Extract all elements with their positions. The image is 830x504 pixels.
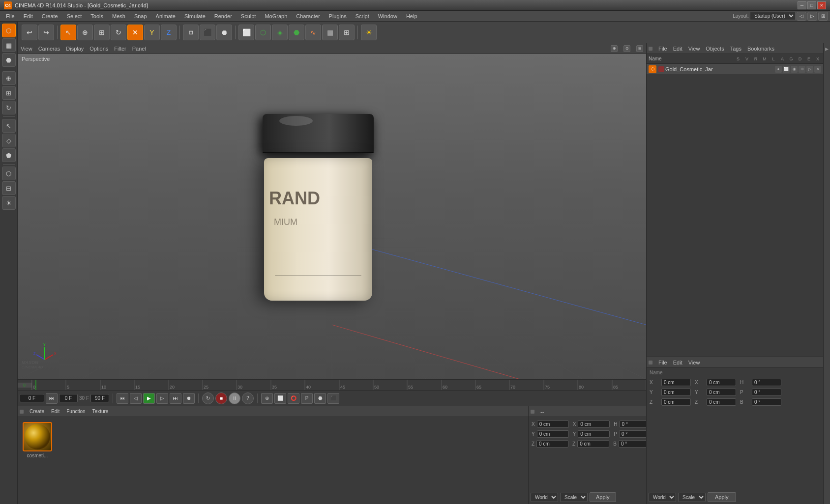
spline-btn[interactable]: ∿ — [305, 25, 321, 40]
attr-mgr-p-val[interactable] — [752, 389, 781, 396]
layout-selector[interactable]: Startup (User) — [750, 12, 796, 20]
menu-window[interactable]: Window — [374, 12, 401, 20]
generator-btn[interactable]: ⬣ — [289, 25, 304, 40]
attr-mgr-menu-view[interactable]: View — [686, 360, 702, 365]
tool-select[interactable]: ↖ — [2, 119, 16, 133]
obj-menu-view[interactable]: View — [686, 46, 702, 52]
attr-transform-mode[interactable]: Scale — [560, 493, 588, 502]
menu-sculpt[interactable]: Sculpt — [237, 12, 260, 20]
tool-move[interactable]: ⊕ — [2, 71, 16, 85]
menu-script[interactable]: Script — [352, 12, 373, 20]
menu-simulate[interactable]: Simulate — [180, 12, 209, 20]
move-tool[interactable]: ⊕ — [77, 25, 93, 40]
menu-create[interactable]: Create — [38, 12, 62, 20]
tool-object[interactable]: ⬡ — [2, 167, 16, 180]
menu-edit[interactable]: Edit — [20, 12, 37, 20]
attr-mgr-x-pos[interactable] — [661, 379, 691, 386]
attr-mgr-h-val[interactable] — [752, 379, 781, 386]
mat-menu-function[interactable]: Function — [63, 409, 88, 414]
tool-bp[interactable]: ⬣ — [2, 53, 16, 67]
obj-sm-icon-2[interactable]: ⬜ — [783, 66, 790, 73]
transport-last[interactable]: ⏭ — [170, 393, 181, 404]
material-slot-1[interactable]: cosmeti... — [23, 422, 52, 458]
menu-select[interactable]: Select — [63, 12, 86, 20]
cube-btn[interactable]: ⬜ — [238, 25, 254, 40]
transport-end-field[interactable] — [90, 394, 109, 402]
obj-sm-icon-6[interactable]: ✕ — [814, 66, 821, 73]
timeline-ruler-track[interactable] — [31, 380, 646, 390]
rotate-tool[interactable]: ↻ — [111, 25, 126, 40]
attr-mgr-transform-mode[interactable]: Scale — [678, 493, 706, 502]
layout-right-icon[interactable]: ▷ — [807, 12, 817, 21]
vp-menu-panel[interactable]: Panel — [132, 46, 146, 52]
menu-character[interactable]: Character — [292, 12, 324, 20]
transport-fps-field[interactable] — [59, 394, 78, 402]
menu-render[interactable]: Render — [210, 12, 236, 20]
undo-button[interactable]: ↩ — [22, 25, 37, 40]
vp-corner-layout[interactable]: ⊞ — [636, 45, 643, 52]
tool-scale[interactable]: ⊞ — [2, 86, 16, 100]
obj-row-jar[interactable]: ⬡ Gold_Cosmetic_Jar ● ⬜ ◉ ⊕ ▷ ✕ — [647, 64, 823, 75]
transport-keyframe[interactable]: ⬛ — [327, 393, 339, 404]
transport-prev[interactable]: ◁ — [130, 393, 142, 404]
attr-menu-file[interactable]: -- — [538, 409, 546, 415]
transport-record[interactable]: ⏺ — [183, 393, 195, 404]
obj-sm-icon-4[interactable]: ⊕ — [799, 66, 805, 73]
attr-x-size[interactable] — [578, 420, 610, 428]
menu-snap[interactable]: Snap — [130, 12, 151, 20]
anim-auto-btn[interactable]: ⏺ — [216, 25, 232, 40]
obj-menu-file[interactable]: File — [656, 46, 669, 52]
nurbs-btn[interactable]: ⬡ — [255, 25, 271, 40]
obj-sm-icon-5[interactable]: ▷ — [806, 66, 813, 73]
layout-left-icon[interactable]: ◁ — [797, 12, 806, 21]
obj-menu-bookmarks[interactable]: Bookmarks — [745, 46, 776, 52]
menu-mograph[interactable]: MoGraph — [261, 12, 291, 20]
vp-menu-filter[interactable]: Filter — [114, 46, 126, 52]
vp-menu-options[interactable]: Options — [89, 46, 108, 52]
transport-first[interactable]: ⏮ — [117, 393, 128, 404]
anim-record-btn[interactable]: ⬛ — [200, 25, 215, 40]
layout-settings-icon[interactable]: ⊞ — [818, 12, 828, 21]
attr-mgr-y-pos[interactable] — [661, 389, 691, 396]
transport-play[interactable]: ▶ — [143, 393, 155, 404]
scale-tool[interactable]: ⊞ — [94, 25, 110, 40]
deform-btn[interactable]: ◈ — [272, 25, 288, 40]
z-axis-btn[interactable]: Z — [161, 25, 177, 40]
vp-menu-display[interactable]: Display — [66, 46, 84, 52]
current-frame-field[interactable] — [20, 394, 44, 402]
stereo-btn[interactable]: ⊞ — [339, 25, 355, 40]
menu-tools[interactable]: Tools — [87, 12, 107, 20]
transport-box[interactable]: ⬜ — [274, 393, 286, 404]
vp-corner-settings[interactable]: ⊙ — [623, 45, 630, 52]
mat-menu-edit[interactable]: Edit — [48, 409, 62, 414]
close-button[interactable]: ✕ — [817, 1, 826, 9]
attr-z-size[interactable] — [577, 440, 609, 448]
attr-mgr-coord-system[interactable]: World — [649, 493, 676, 502]
transport-arrows[interactable]: ⊕ — [261, 393, 273, 404]
menu-help[interactable]: Help — [402, 12, 421, 20]
render-btn[interactable]: ☀ — [361, 25, 377, 40]
minimize-button[interactable]: ─ — [798, 1, 806, 9]
obj-sm-icon-1[interactable]: ● — [775, 66, 782, 73]
vp-menu-cameras[interactable]: Cameras — [38, 46, 60, 52]
menu-mesh[interactable]: Mesh — [108, 12, 129, 20]
tool-light[interactable]: ☀ — [2, 196, 16, 210]
attr-mgr-apply-button[interactable]: Apply — [708, 492, 736, 502]
y-axis-btn[interactable]: Y — [144, 25, 160, 40]
transport-p[interactable]: P — [301, 393, 313, 404]
obj-menu-edit[interactable]: Edit — [671, 46, 684, 52]
attr-y-size[interactable] — [578, 430, 610, 438]
attr-mgr-menu-file[interactable]: File — [656, 360, 669, 365]
tool-texture[interactable]: ▦ — [2, 38, 16, 52]
transport-loop-toggle[interactable]: ↻ — [202, 392, 214, 404]
attr-mgr-x-size[interactable] — [707, 379, 736, 386]
attr-y-pos[interactable] — [537, 430, 569, 438]
camera-btn[interactable]: ▦ — [322, 25, 338, 40]
mat-menu-create[interactable]: Create — [27, 409, 47, 414]
transport-stop[interactable]: ■ — [215, 392, 227, 404]
attr-coord-system[interactable]: World — [531, 493, 558, 502]
keyframe-btn[interactable]: ⧈ — [183, 25, 199, 40]
attr-mgr-y-size[interactable] — [707, 389, 736, 396]
attr-mgr-menu-edit[interactable]: Edit — [671, 360, 684, 365]
transport-grid[interactable]: ⬣ — [314, 393, 326, 404]
